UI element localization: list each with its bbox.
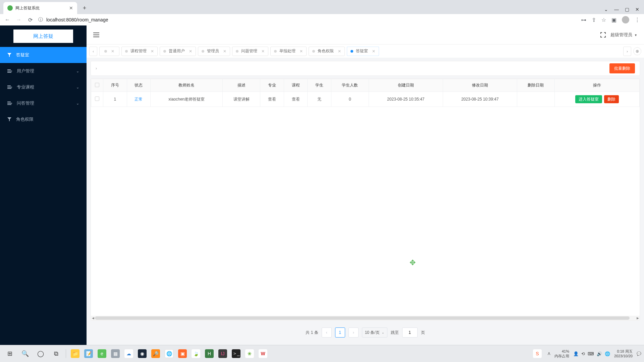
taskbar-app-idea[interactable]: IJ	[216, 347, 229, 360]
tray-input-icon[interactable]: ⌨	[588, 351, 594, 356]
cortana-icon[interactable]: ◯	[34, 347, 48, 360]
taskbar-app-orange[interactable]: ▣	[176, 347, 189, 360]
tab-home[interactable]: ✕	[99, 47, 119, 56]
taskbar-app-terminal[interactable]: ＞_	[230, 347, 243, 360]
taskbar-app-green[interactable]: 🍃	[190, 347, 202, 360]
table-scroll-area[interactable]: 序号 状态 教师姓名 描述 专业 课程 学生 学生人数 创建日期 修改日期 删除	[91, 79, 640, 316]
user-label: 超级管理员	[610, 32, 632, 37]
nav-reload-icon[interactable]: ⟳	[27, 17, 34, 23]
page-number-button[interactable]: 1	[335, 327, 345, 338]
batch-delete-button[interactable]: 批量删除	[609, 63, 635, 73]
tab-close-icon[interactable]: ✕	[189, 49, 192, 54]
new-tab-button[interactable]: +	[80, 3, 89, 13]
browser-tab[interactable]: 网上答疑系统 ✕	[3, 2, 77, 14]
browser-menu-icon[interactable]: ⋮	[635, 17, 640, 23]
scroll-right-icon[interactable]: ▶	[636, 316, 640, 320]
window-close-icon[interactable]: ✕	[635, 7, 639, 12]
sidebar-item-major-course[interactable]: 专业课程 ⌄	[0, 79, 87, 95]
tray-sync-icon[interactable]: ⟲	[581, 351, 585, 356]
app-logo[interactable]: 网上答疑	[13, 29, 73, 43]
scrollbar-thumb[interactable]	[95, 316, 630, 320]
browser-chrome: 网上答疑系统 ✕ + ⌄ — ▢ ✕ ← → ⟳ ⓘ localhost:808…	[0, 0, 644, 25]
delete-row-button[interactable]: 删除	[604, 95, 619, 103]
tab-admin[interactable]: 管理员✕	[198, 47, 230, 56]
url-text: localhost:8080/room_manage	[46, 17, 108, 22]
taskbar-app-spring[interactable]: ❀	[243, 347, 256, 360]
tray-expand-icon[interactable]: ᐱ	[548, 352, 550, 356]
tab-close-icon[interactable]: ✕	[338, 49, 341, 54]
tab-close-icon[interactable]: ✕	[372, 49, 375, 54]
url-field[interactable]: ⓘ localhost:8080/room_manage	[38, 17, 576, 23]
tab-close-icon[interactable]: ✕	[69, 5, 73, 11]
tab-close-icon[interactable]: ✕	[111, 49, 114, 54]
search-icon[interactable]: 🔍	[18, 347, 32, 360]
start-button[interactable]: ⊞	[3, 347, 17, 360]
enter-room-button[interactable]: 进入答疑室	[575, 95, 602, 103]
tabs-scroll-left[interactable]: ‹	[89, 47, 97, 56]
tab-normal-user[interactable]: 普通用户✕	[160, 47, 196, 56]
data-table: 序号 状态 教师姓名 描述 专业 课程 学生 学生人数 创建日期 修改日期 删除	[91, 79, 640, 107]
tray-volume-icon[interactable]: 🔊	[597, 351, 602, 356]
tab-qa-room[interactable]: 答疑室✕	[347, 47, 379, 56]
tab-course-manage[interactable]: 课程管理✕	[121, 47, 158, 56]
tab-report-handle[interactable]: 举报处理✕	[270, 47, 307, 56]
breadcrumb-arrow-icon: ›	[96, 66, 97, 71]
bookmark-star-icon[interactable]: ☆	[601, 17, 606, 23]
tray-network-icon[interactable]: 🌐	[605, 351, 610, 356]
taskbar-app-edge[interactable]: e	[96, 347, 108, 360]
taskbar-app-hbuilder[interactable]: H	[203, 347, 216, 360]
tab-close-icon[interactable]: ✕	[261, 49, 265, 54]
taskbar-app-notepad[interactable]: 📝	[82, 347, 95, 360]
cell-major[interactable]: 查看	[260, 92, 284, 107]
task-view-icon[interactable]: ⧉	[49, 347, 63, 360]
sidebar-toggle-button[interactable]	[93, 33, 99, 37]
table-horizontal-scrollbar[interactable]: ◀ ▶	[91, 316, 640, 320]
nav-forward-icon[interactable]: →	[15, 17, 22, 23]
page-next-button[interactable]: ›	[348, 327, 359, 338]
taskbar-clock[interactable]: 0:18 周五 2023/10/20	[614, 349, 633, 359]
tabs-scroll-right[interactable]: ›	[623, 47, 631, 56]
sidebar-item-qa-room[interactable]: 答疑室	[0, 47, 87, 63]
row-checkbox[interactable]	[95, 97, 99, 101]
select-all-checkbox[interactable]	[95, 83, 99, 87]
tray-app-sogou[interactable]: S	[531, 347, 544, 360]
taskbar-app-chrome[interactable]: 🌐	[163, 347, 175, 360]
nav-back-icon[interactable]: ←	[4, 17, 11, 23]
scroll-left-icon[interactable]: ◀	[91, 316, 95, 320]
share-icon[interactable]: ⇪	[592, 17, 596, 23]
window-maximize-icon[interactable]: ▢	[625, 7, 629, 12]
notifications-icon[interactable]: 💬	[637, 352, 641, 356]
profile-avatar-icon[interactable]	[622, 16, 629, 23]
taskbar-app-generic1[interactable]: ▦	[109, 347, 122, 360]
user-dropdown[interactable]: 超级管理员 ▼	[610, 32, 637, 38]
taskbar-app-explorer[interactable]: 📁	[69, 347, 82, 360]
password-key-icon[interactable]: ⊶	[581, 17, 586, 23]
taskbar-app-wps[interactable]: W	[257, 347, 269, 360]
tab-close-icon[interactable]: ✕	[300, 49, 303, 54]
cell-course[interactable]: 查看	[284, 92, 308, 107]
sidebar-item-qa-manage[interactable]: 问答管理 ⌄	[0, 95, 87, 111]
tab-close-icon[interactable]: ✕	[151, 49, 154, 54]
tray-user-icon[interactable]: 👤	[573, 351, 579, 356]
window-dropdown-icon[interactable]: ⌄	[604, 7, 608, 12]
taskbar-app-everything[interactable]: 🔎	[149, 347, 162, 360]
page-size-select[interactable]: 10 条/页 ⌄	[362, 327, 387, 338]
sidebar-item-role-auth[interactable]: 角色权限	[0, 111, 87, 127]
filter-icon	[7, 117, 11, 121]
taskbar-app-baidu[interactable]: ☁	[122, 347, 135, 360]
page-prev-button[interactable]: ‹	[322, 327, 332, 338]
window-minimize-icon[interactable]: —	[614, 7, 619, 12]
fullscreen-icon[interactable]	[600, 32, 606, 38]
cell-status[interactable]: 正常	[127, 92, 151, 107]
site-info-icon[interactable]: ⓘ	[38, 17, 43, 23]
extensions-icon[interactable]: ▣	[611, 17, 616, 23]
taskbar-app-steam[interactable]: ◉	[136, 347, 149, 360]
battery-status: 41% 内存占用	[554, 349, 569, 359]
sidebar-item-user-manage[interactable]: 用户管理 ⌄	[0, 63, 87, 79]
tabs-close-all-icon[interactable]: ⊗	[633, 47, 641, 55]
jump-page-input[interactable]	[402, 327, 418, 338]
tab-question-manage[interactable]: 问题管理✕	[232, 47, 268, 56]
tab-close-icon[interactable]: ✕	[223, 49, 226, 54]
content-area: › 批量删除 序号 状态 教师姓名 描述 专业	[87, 58, 644, 345]
tab-role-auth[interactable]: 角色权限✕	[309, 47, 345, 56]
